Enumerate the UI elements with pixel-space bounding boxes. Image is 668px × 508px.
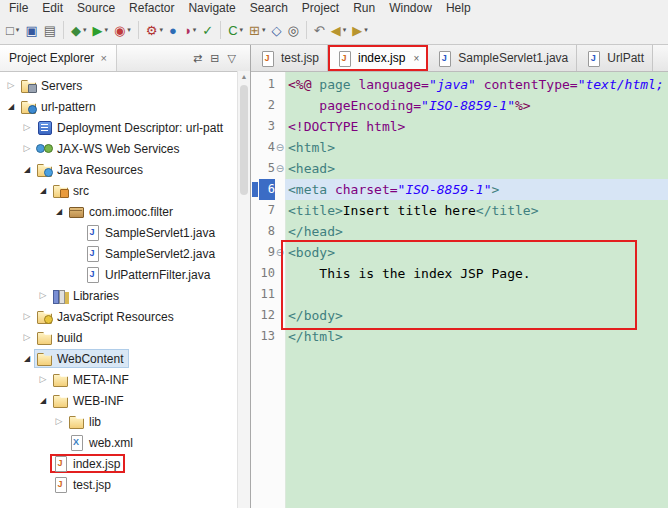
tree-item-content[interactable]: JavaScript Resources <box>34 307 179 326</box>
dropdown-arrow-icon[interactable]: ▾ <box>160 26 164 34</box>
last-edit-location-button[interactable]: ↶ <box>311 19 328 41</box>
code-line-2[interactable]: 2 pageEncoding="ISO-8859-1"%> <box>251 95 668 116</box>
code-line-8[interactable]: 8</head> <box>251 221 668 242</box>
fold-toggle-icon[interactable]: ⊖ <box>275 247 285 258</box>
expand-arrow-icon[interactable]: ▷ <box>4 81 18 90</box>
expand-arrow-icon[interactable]: ▷ <box>20 123 34 132</box>
collapse-arrow-icon[interactable]: ◢ <box>20 355 34 363</box>
search-button[interactable]: ◎ <box>285 19 302 41</box>
code-line-11[interactable]: 11 <box>251 284 668 305</box>
code-line-9[interactable]: 9⊖<body> <box>251 242 668 263</box>
tree-item-web-inf[interactable]: ◢WEB-INF <box>0 390 250 411</box>
tree-item-index-jsp[interactable]: index.jsp <box>0 453 250 474</box>
tree-item-content[interactable]: index.jsp <box>50 454 125 473</box>
tab-index-jsp[interactable]: index.jsp× <box>328 45 428 71</box>
menu-run[interactable]: Run <box>346 1 382 15</box>
tree-item-jax-ws-web-services[interactable]: ▷JAX-WS Web Services <box>0 138 250 159</box>
code-line-5[interactable]: 5⊖<head> <box>251 158 668 179</box>
link-with-editor-icon[interactable]: ⇄ <box>193 52 202 65</box>
tree-item-url-pattern[interactable]: ◢url-pattern <box>0 96 250 117</box>
tree-item-build[interactable]: ▷build <box>0 327 250 348</box>
scrollbar-thumb[interactable] <box>240 85 248 195</box>
print-button[interactable]: ▤ <box>41 19 59 41</box>
back-button[interactable]: ◀▾ <box>328 19 350 41</box>
menu-refactor[interactable]: Refactor <box>122 1 181 15</box>
tree-item-webcontent[interactable]: ◢WebContent <box>0 348 250 369</box>
editor-body[interactable]: 1<%@ page language="java" contentType="t… <box>251 72 668 508</box>
menu-project[interactable]: Project <box>295 1 346 15</box>
junit-button[interactable]: ✓ <box>199 19 216 41</box>
code-line-1[interactable]: 1<%@ page language="java" contentType="t… <box>251 74 668 95</box>
run-button[interactable]: ▶▾ <box>89 19 111 41</box>
run-external-tools-button[interactable]: ◉▾ <box>111 19 134 41</box>
dropdown-arrow-icon[interactable]: ▾ <box>364 26 368 34</box>
tree-item-test-jsp[interactable]: test.jsp <box>0 474 250 495</box>
tree-item-content[interactable]: url-pattern <box>18 97 101 116</box>
tree-item-content[interactable]: SampleServlet1.java <box>82 223 220 242</box>
code-line-10[interactable]: 10 This is the index JSP Page. <box>251 263 668 284</box>
tree-item-content[interactable]: Servers <box>18 76 87 95</box>
close-tab-icon[interactable]: × <box>413 53 419 64</box>
tree-item-javascript-resources[interactable]: ▷JavaScript Resources <box>0 306 250 327</box>
server-tools-button[interactable]: ⚙▾ <box>143 19 166 41</box>
new-wizard-button[interactable]: □▾ <box>3 19 22 41</box>
tab-sampleservlet1-java[interactable]: SampleServlet1.java <box>428 45 577 71</box>
debug-button[interactable]: ◆▾ <box>68 19 90 41</box>
collapse-arrow-icon[interactable]: ◢ <box>36 187 50 195</box>
menu-navigate[interactable]: Navigate <box>181 1 242 15</box>
expand-arrow-icon[interactable]: ▷ <box>36 291 50 300</box>
save-button[interactable]: ▣ <box>22 19 40 41</box>
menu-window[interactable]: Window <box>382 1 439 15</box>
code-line-6[interactable]: 6<meta charset="ISO-8859-1"> <box>251 179 668 200</box>
collapse-arrow-icon[interactable]: ◢ <box>20 166 34 174</box>
tree-item-deployment-descriptor-url-patt[interactable]: ▷Deployment Descriptor: url-patt <box>0 117 250 138</box>
open-type-button[interactable]: ◇ <box>269 19 285 41</box>
tree-item-urlpatternfilter-java[interactable]: UrlPatternFilter.java <box>0 264 250 285</box>
collapse-all-icon[interactable]: ⊟ <box>210 52 219 65</box>
tree-item-content[interactable]: com.imooc.filter <box>66 202 178 221</box>
forward-button[interactable]: ▶▾ <box>349 19 371 41</box>
close-view-icon[interactable]: × <box>100 52 106 64</box>
tree-item-meta-inf[interactable]: ▷META-INF <box>0 369 250 390</box>
menu-file[interactable]: File <box>2 1 35 15</box>
explorer-scrollbar[interactable]: ▲ <box>237 71 250 508</box>
tree-item-libraries[interactable]: ▷Libraries <box>0 285 250 306</box>
tree-item-com-imooc-filter[interactable]: ◢com.imooc.filter <box>0 201 250 222</box>
dropdown-arrow-icon[interactable]: ▾ <box>262 26 266 34</box>
code-line-13[interactable]: 13</html> <box>251 326 668 347</box>
coverage-button[interactable]: ◑▾ <box>180 19 199 41</box>
dropdown-arrow-icon[interactable]: ▾ <box>83 26 87 34</box>
fold-toggle-icon[interactable]: ⊖ <box>275 142 285 153</box>
tree-item-content[interactable]: lib <box>66 412 106 431</box>
collapse-arrow-icon[interactable]: ◢ <box>36 397 50 405</box>
tree-item-lib[interactable]: ▷lib <box>0 411 250 432</box>
tree-item-content[interactable]: test.jsp <box>50 475 116 494</box>
tree-item-content[interactable]: UrlPatternFilter.java <box>82 265 215 284</box>
new-java-class-button[interactable]: C▾ <box>225 19 246 41</box>
expand-arrow-icon[interactable]: ▷ <box>52 417 66 426</box>
new-java-package-button[interactable]: ⊞▾ <box>246 19 268 41</box>
expand-arrow-icon[interactable]: ▷ <box>20 333 34 342</box>
menu-search[interactable]: Search <box>243 1 295 15</box>
code-line-7[interactable]: 7<title>Insert title here</title> <box>251 200 668 221</box>
collapse-arrow-icon[interactable]: ◢ <box>52 208 66 216</box>
web-browser-button[interactable]: ● <box>166 19 180 41</box>
dropdown-arrow-icon[interactable]: ▾ <box>16 26 20 34</box>
tree-item-content[interactable]: web.xml <box>66 433 138 452</box>
tab-urlpatt[interactable]: UrlPatt <box>577 45 653 71</box>
tree-item-src[interactable]: ◢src <box>0 180 250 201</box>
tree-item-servers[interactable]: ▷Servers <box>0 75 250 96</box>
tree-item-content[interactable]: Libraries <box>50 286 124 305</box>
tab-test-jsp[interactable]: test.jsp <box>251 45 328 71</box>
code-line-3[interactable]: 3<!DOCTYPE html> <box>251 116 668 137</box>
tree-item-content[interactable]: JAX-WS Web Services <box>34 139 184 158</box>
dropdown-arrow-icon[interactable]: ▾ <box>343 26 347 34</box>
tree-item-sampleservlet2-java[interactable]: SampleServlet2.java <box>0 243 250 264</box>
dropdown-arrow-icon[interactable]: ▾ <box>193 26 197 34</box>
collapse-arrow-icon[interactable]: ◢ <box>4 103 18 111</box>
fold-toggle-icon[interactable]: ⊖ <box>275 163 285 174</box>
view-menu-icon[interactable]: ▽ <box>228 52 236 65</box>
tree-item-content[interactable]: SampleServlet2.java <box>82 244 220 263</box>
code-line-12[interactable]: 12</body> <box>251 305 668 326</box>
expand-arrow-icon[interactable]: ▷ <box>20 144 34 153</box>
